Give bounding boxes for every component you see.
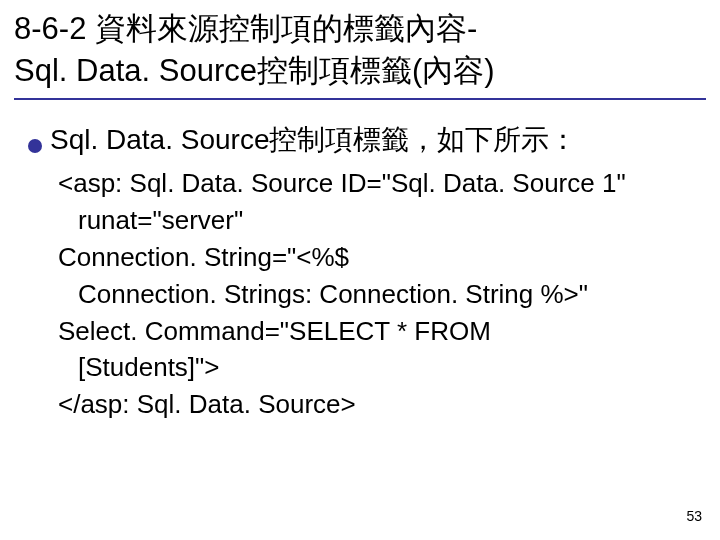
code-line: Select. Command="SELECT * FROM (58, 313, 696, 350)
code-line: Connection. Strings: Connection. String … (58, 276, 696, 313)
page-number: 53 (686, 508, 702, 524)
code-block: <asp: Sql. Data. Source ID="Sql. Data. S… (28, 159, 696, 423)
slide-body: Sql. Data. Source控制項標籤，如下所示： <asp: Sql. … (0, 100, 720, 424)
code-line: <asp: Sql. Data. Source ID="Sql. Data. S… (58, 165, 696, 202)
title-line-1: 8-6-2 資料來源控制項的標籤內容- (14, 8, 706, 50)
code-line: </asp: Sql. Data. Source> (58, 386, 696, 423)
title-line-2: Sql. Data. Source控制項標籤(內容) (14, 50, 706, 92)
code-line: runat="server" (58, 202, 696, 239)
bullet-item: Sql. Data. Source控制項標籤，如下所示： (28, 120, 696, 159)
bullet-icon (28, 139, 42, 153)
slide-title: 8-6-2 資料來源控制項的標籤內容- Sql. Data. Source控制項… (0, 0, 720, 94)
code-line: [Students]"> (58, 349, 696, 386)
slide: 8-6-2 資料來源控制項的標籤內容- Sql. Data. Source控制項… (0, 0, 720, 540)
code-line: Connection. String="<%$ (58, 239, 696, 276)
bullet-text: Sql. Data. Source控制項標籤，如下所示： (50, 120, 577, 159)
